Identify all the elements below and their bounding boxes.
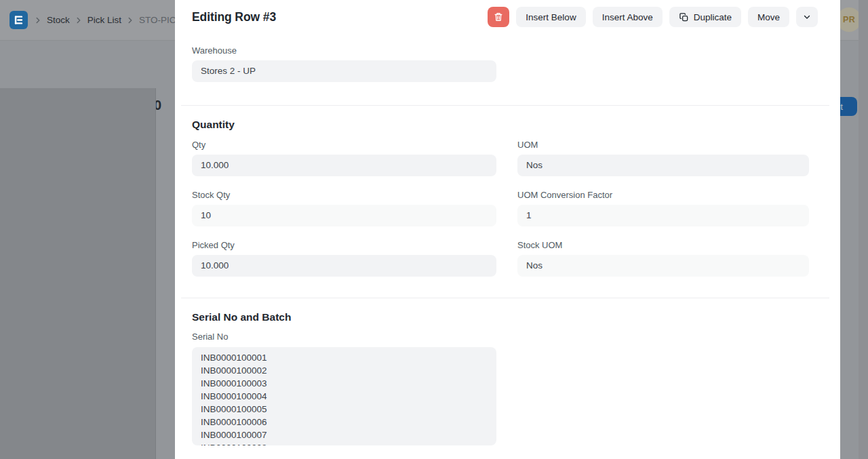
stock-uom-field: Stock UOM Nos <box>517 240 809 277</box>
duplicate-button[interactable]: Duplicate <box>669 7 741 27</box>
modal-toolbar: Insert Below Insert Above Duplicate Move <box>488 7 818 27</box>
uom-conversion-factor-input: 1 <box>517 205 809 226</box>
duplicate-label: Duplicate <box>694 12 732 22</box>
delete-row-button[interactable] <box>488 7 509 27</box>
trash-icon <box>494 12 503 22</box>
modal-header: Editing Row #3 Insert Below Insert Above <box>175 0 840 34</box>
stock-qty-input: 10 <box>192 205 496 226</box>
chevron-down-icon <box>802 12 812 22</box>
insert-above-button[interactable]: Insert Above <box>593 7 663 27</box>
uom-conversion-factor-field: UOM Conversion Factor 1 <box>517 190 809 226</box>
edit-row-modal: Editing Row #3 Insert Below Insert Above <box>175 0 840 459</box>
qty-field: Qty 10.000 <box>192 140 496 176</box>
user-avatar[interactable]: PR <box>837 7 861 32</box>
more-actions-button[interactable] <box>796 7 818 27</box>
warehouse-input[interactable]: Stores 2 - UP <box>192 60 496 82</box>
modal-body: Warehouse Stores 2 - UP Quantity Qty 10.… <box>175 45 840 445</box>
modal-title: Editing Row #3 <box>192 10 276 24</box>
chevron-right-icon <box>33 16 43 25</box>
uom-conversion-factor-label: UOM Conversion Factor <box>517 190 809 200</box>
stock-uom-label: Stock UOM <box>517 240 809 250</box>
serial-no-textarea[interactable]: INB0000100001 INB0000100002 INB000010000… <box>192 347 496 445</box>
quantity-section: Qty 10.000 UOM Nos Stock Qty 10 UOM Conv… <box>192 140 809 277</box>
warehouse-label: Warehouse <box>192 45 496 56</box>
chevron-right-icon <box>74 16 83 25</box>
stock-uom-input: Nos <box>517 255 809 277</box>
picked-qty-input[interactable]: 10.000 <box>192 255 496 277</box>
breadcrumb-item-stock[interactable]: Stock <box>47 15 70 25</box>
move-button[interactable]: Move <box>748 7 789 27</box>
uom-label: UOM <box>517 140 809 150</box>
stock-qty-label: Stock Qty <box>192 190 496 200</box>
section-divider <box>181 105 829 106</box>
chevron-right-icon <box>125 16 135 25</box>
serial-no-label: Serial No <box>192 332 809 342</box>
qty-input[interactable]: 10.000 <box>192 155 496 176</box>
page-scrollbar[interactable] <box>859 0 868 459</box>
serial-batch-section-heading: Serial No and Batch <box>192 311 809 323</box>
section-divider <box>181 298 829 298</box>
qty-label: Qty <box>192 140 496 150</box>
quantity-section-heading: Quantity <box>192 118 809 131</box>
uom-input[interactable]: Nos <box>517 155 809 176</box>
breadcrumb-item-pick-list[interactable]: Pick List <box>87 15 121 25</box>
picked-qty-field: Picked Qty 10.000 <box>192 240 496 277</box>
stock-qty-field: Stock Qty 10 <box>192 190 496 226</box>
form-sidebar <box>0 88 156 459</box>
picked-qty-label: Picked Qty <box>192 240 496 250</box>
warehouse-field: Warehouse Stores 2 - UP <box>192 45 496 82</box>
app-logo-icon[interactable] <box>9 11 28 29</box>
copy-icon <box>679 12 689 22</box>
uom-field: UOM Nos <box>517 140 809 176</box>
insert-below-button[interactable]: Insert Below <box>516 7 585 27</box>
